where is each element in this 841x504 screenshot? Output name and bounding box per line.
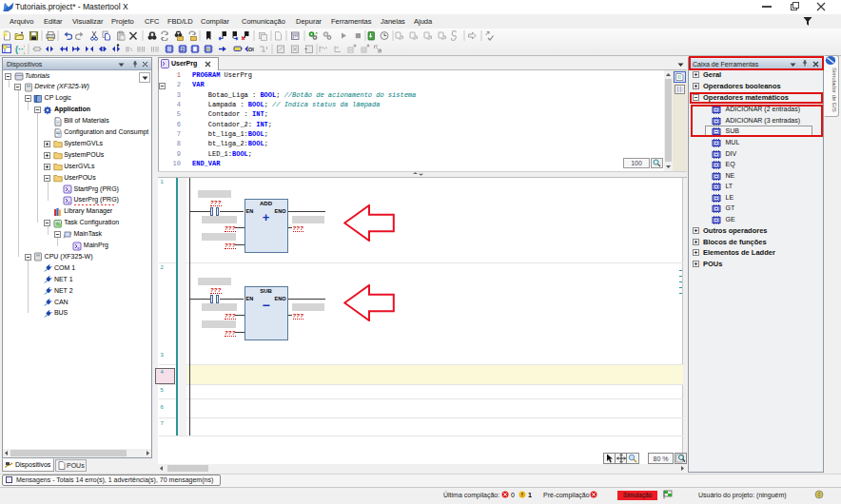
svg-text:2: 2 bbox=[181, 47, 184, 52]
svg-text:N: N bbox=[206, 47, 210, 52]
svg-text:OUT: OUT bbox=[248, 47, 254, 52]
